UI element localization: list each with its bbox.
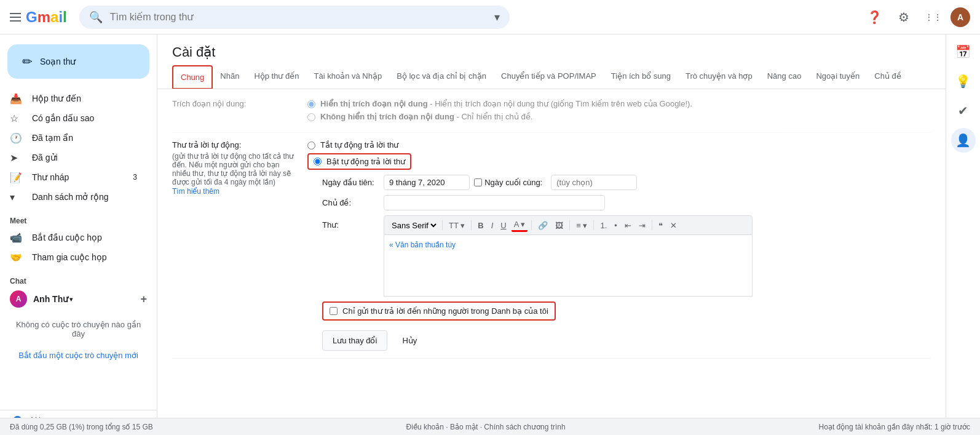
quote-button[interactable]: ❝ (656, 220, 665, 231)
last-day-checkbox[interactable] (474, 178, 482, 186)
sidebar-item-starred[interactable]: ☆ Có gắn dấu sao (0, 108, 147, 128)
sidebar-item-drafts[interactable]: 📝 Thư nháp 3 (0, 167, 147, 187)
settings-button[interactable]: ⚙ (891, 5, 916, 30)
tab-addons[interactable]: Tiện ích bổ sung (604, 65, 678, 89)
contacts-only-label: Chỉ gửi thư trả lời đến những người tron… (342, 306, 548, 316)
help-button[interactable]: ❓ (862, 5, 887, 30)
image-button[interactable]: 🖼 (553, 220, 566, 231)
inbox-icon: 📥 (10, 93, 22, 105)
search-input[interactable] (110, 12, 494, 23)
add-chat-icon[interactable]: + (140, 293, 147, 306)
autoreply-on-radio[interactable] (314, 158, 322, 166)
sidebar-item-sent[interactable]: ➤ Đã gửi (0, 148, 147, 167)
sidebar-item-snoozed[interactable]: 🕐 Đã tạm ẩn (0, 128, 147, 148)
more-icon: ▾ (10, 191, 22, 203)
indent-less-button[interactable]: ⇤ (622, 220, 634, 231)
save-button[interactable]: Lưu thay đổi (322, 330, 387, 351)
sidebar-item-join-meeting[interactable]: 🤝 Tham gia cuộc họp (0, 247, 147, 267)
bold-button[interactable]: B (475, 220, 486, 231)
video-icon: 📹 (10, 232, 22, 244)
underline-button[interactable]: U (498, 220, 508, 231)
align-button[interactable]: ≡ ▾ (574, 220, 590, 231)
text-color-button[interactable]: A ▾ (512, 218, 528, 232)
topbar: Gmail 🔍 ▾ ❓ ⚙ ⋮⋮ A (0, 0, 980, 34)
compose-label: Soạn thư (40, 57, 76, 66)
autoreply-value: Tắt tự động trả lời thư Bật tự động trả … (307, 140, 931, 351)
chat-user-item[interactable]: A Anh Thư ▾ (10, 290, 73, 308)
no-chat-message: Không có cuộc trò chuyện nào gần đây (0, 310, 157, 348)
starred-icon: ☆ (10, 113, 22, 124)
sidebar-item-label: Thư nháp (32, 172, 69, 182)
subject-input[interactable] (384, 195, 605, 210)
snippet-hide-radio[interactable] (307, 113, 315, 121)
tab-filters[interactable]: Bộ lọc và địa chỉ bị chặn (389, 65, 494, 89)
tasks-icon[interactable]: ✔ (951, 98, 976, 123)
italic-button[interactable]: I (489, 220, 496, 231)
meet-section-header: Meet (0, 207, 157, 228)
tab-themes[interactable]: Chủ đề (867, 65, 908, 89)
toolbar-divider-4 (569, 220, 570, 230)
main-content: Cài đặt Chung Nhãn Hộp thư đến Tài khoản… (157, 34, 946, 435)
link-button[interactable]: 🔗 (535, 220, 550, 231)
snippet-hide-option: Không hiển thị trích đoạn nội dung - Chỉ… (307, 112, 931, 121)
keep-icon[interactable]: 💡 (951, 69, 976, 94)
contacts-icon[interactable]: 👤 (951, 128, 976, 153)
bullet-list-button[interactable]: • (612, 220, 620, 231)
cancel-button[interactable]: Hủy (392, 330, 427, 351)
tab-labels[interactable]: Nhãn (213, 65, 247, 89)
menu-button[interactable] (10, 13, 21, 22)
autoreply-on-selected: Bật tự động trả lời thư (307, 153, 411, 170)
message-editor-area[interactable]: « Văn bản thuần túy (384, 235, 753, 297)
font-selector[interactable]: Sans Serif (389, 220, 438, 231)
last-day-label: Ngày cuối cùng: (484, 178, 546, 187)
apps-button[interactable]: ⋮⋮ (921, 5, 946, 30)
contacts-only-row: Chỉ gửi thư trả lời đến những người tron… (322, 301, 556, 321)
plain-text-link[interactable]: « Văn bản thuần túy (389, 241, 456, 249)
sidebar-item-label: Đã tạm ẩn (32, 133, 73, 143)
right-panel: 📅 💡 ✔ 👤 (946, 34, 980, 435)
toolbar-divider-3 (531, 220, 532, 230)
toolbar-divider-2 (471, 220, 472, 230)
start-chat-link[interactable]: Bắt đầu một cuộc trò chuyện mới (0, 348, 157, 362)
tab-general[interactable]: Chung (172, 65, 213, 89)
new-meeting-label: Bắt đầu cuộc họp (32, 233, 102, 242)
editor-toolbar: Sans Serif TT ▾ B I U A ▾ (384, 215, 753, 235)
autoreply-learn-link[interactable]: Tìm hiểu thêm (172, 187, 219, 196)
snippet-show-radio[interactable] (307, 100, 315, 108)
sidebar-item-more[interactable]: ▾ Danh sách mở rộng (0, 187, 147, 207)
sidebar-item-new-meeting[interactable]: 📹 Bắt đầu cuộc họp (0, 228, 147, 247)
remove-format-button[interactable]: ✕ (668, 220, 679, 231)
tab-offline[interactable]: Ngoại tuyến (808, 65, 867, 89)
avatar[interactable]: A (950, 7, 970, 27)
calendar-icon[interactable]: 📅 (951, 39, 976, 64)
snoozed-icon: 🕐 (10, 132, 22, 144)
autoreply-off-option: Tắt tự động trả lời thư (307, 140, 931, 150)
drafts-count: 3 (133, 173, 137, 182)
gmail-logo: Gmail (26, 9, 67, 26)
indent-more-button[interactable]: ⇥ (636, 220, 648, 231)
search-dropdown-icon[interactable]: ▾ (494, 10, 500, 24)
settings-title: Cài đặt (157, 34, 946, 60)
tab-chat[interactable]: Trò chuyện và hợp (678, 65, 760, 89)
last-day-input[interactable] (551, 175, 637, 190)
sidebar-item-label: Hộp thư đến (32, 94, 81, 103)
message-editor: Sans Serif TT ▾ B I U A ▾ (384, 215, 753, 297)
tab-accounts[interactable]: Tài khoản và Nhập (307, 65, 390, 89)
first-day-input[interactable] (384, 175, 470, 190)
sidebar: ✏ Soạn thư 📥 Hộp thư đến ☆ Có gắn dấu sa… (0, 34, 157, 435)
tab-forwarding[interactable]: Chuyển tiếp và POP/IMAP (494, 65, 604, 89)
subject-row: Chủ đề: (322, 195, 931, 210)
sidebar-item-label: Đã gửi (32, 153, 58, 162)
tab-inbox[interactable]: Hộp thư đến (247, 65, 306, 89)
font-size-button[interactable]: TT ▾ (446, 220, 467, 231)
tab-advanced[interactable]: Nâng cao (760, 65, 809, 89)
contacts-only-checkbox[interactable] (330, 307, 338, 315)
action-buttons: Lưu thay đổi Hủy (322, 330, 931, 351)
compose-button[interactable]: ✏ Soạn thư (7, 44, 149, 79)
sidebar-item-inbox[interactable]: 📥 Hộp thư đến (0, 89, 147, 108)
autoreply-off-radio[interactable] (307, 142, 315, 150)
chat-user-avatar: A (10, 290, 27, 308)
numbered-list-button[interactable]: 1. (598, 220, 609, 231)
policy-links: Điều khoản · Bảo mật · Chính sách chương… (406, 423, 566, 431)
snippet-show-label: Hiển thị trích đoạn nội dung - Hiển thị … (320, 99, 692, 108)
